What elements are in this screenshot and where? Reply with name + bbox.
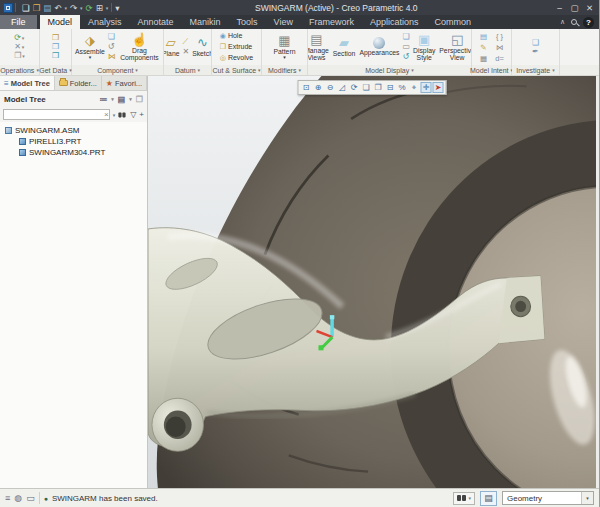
display-style-button[interactable]: ❏ [361, 82, 372, 93]
tab-analysis[interactable]: Analysis [80, 15, 130, 29]
display-style-button[interactable]: ▣ Display Style [412, 33, 436, 62]
graphics-viewport[interactable]: ⊡ ⊕ ⊖ ◿ ⟳ ❏ ❐ ⊟ % ⌖ ✛ ➤ [148, 76, 599, 488]
tree-node-part[interactable]: PIRELLI3.PRT [0, 136, 147, 147]
undo-icon[interactable]: ↶ [54, 3, 61, 13]
help-icon[interactable]: ? [583, 17, 594, 28]
plane-button[interactable]: ▱ Plane [164, 36, 180, 57]
group-label-model-intent[interactable]: Model Intent▾ [472, 65, 511, 75]
group-label-operations[interactable]: Operations▾ [0, 65, 39, 75]
paste-caret-icon[interactable]: ▾ [22, 52, 25, 60]
undo-caret-icon[interactable]: ▾ [64, 5, 67, 11]
save-icon[interactable]: ▤ [43, 3, 51, 13]
tree-columns-icon[interactable]: ▤ [118, 95, 126, 104]
model-scene[interactable] [148, 76, 596, 488]
tab-common[interactable]: Common [427, 15, 480, 29]
find-caret-icon[interactable]: ▾ [468, 495, 471, 501]
redo-icon[interactable]: ↷ [70, 3, 77, 13]
repaint-button[interactable]: ⟳ [349, 82, 360, 93]
import-icon[interactable]: ❒ [52, 34, 59, 42]
clear-search-icon[interactable]: × [104, 109, 109, 120]
window-switch-icon[interactable]: ⊞ [96, 3, 103, 13]
maximize-button[interactable]: ▢ [568, 3, 581, 13]
regenerate-icon[interactable]: ⟳ [14, 34, 21, 42]
tab-folder-browser[interactable]: Folder... [55, 76, 102, 90]
assemble-caret-icon[interactable]: ▾ [89, 55, 92, 61]
revolve-button[interactable]: ◎Revolve [220, 53, 253, 63]
saved-orientations-button[interactable]: ❐ [373, 82, 384, 93]
tab-annotate[interactable]: Annotate [130, 15, 182, 29]
find-icon[interactable] [119, 112, 122, 117]
app-icon[interactable] [3, 3, 13, 13]
extrude-button[interactable]: ❒Extrude [220, 42, 252, 52]
datum-display-button[interactable]: % [397, 82, 408, 93]
view-manager-button[interactable]: ⊟ [385, 82, 396, 93]
pattern-caret-icon[interactable]: ▾ [283, 55, 286, 61]
zoom-out-button[interactable]: ⊖ [325, 82, 336, 93]
datum-axis-icon[interactable]: ⟋ [182, 38, 189, 46]
new-file-icon[interactable]: ❏ [22, 3, 30, 13]
tree-columns-caret-icon[interactable]: ▾ [129, 96, 132, 102]
tab-applications[interactable]: Applications [362, 15, 427, 29]
relations-icon[interactable]: d= [495, 54, 504, 63]
collapse-ribbon-icon[interactable]: ∧ [560, 18, 565, 26]
customize-toolbar-icon[interactable]: ▾ [115, 3, 119, 13]
zoom-in-button[interactable]: ⊕ [313, 82, 324, 93]
publish-geometry-icon[interactable]: ▤ [480, 32, 487, 41]
family-table-icon[interactable]: ✎ [480, 43, 486, 52]
find-tool-button[interactable]: ▾ [453, 492, 475, 505]
full-screen-toggle-icon[interactable]: ▭ [26, 493, 35, 503]
regenerate-icon[interactable]: ⟳ [86, 3, 93, 13]
tab-framework[interactable]: Framework [301, 15, 362, 29]
pattern-button[interactable]: ▦ Pattern ▾ [273, 34, 297, 61]
parameters-icon[interactable]: { } [496, 32, 503, 41]
repeat-component-icon[interactable]: ↺ [108, 43, 116, 51]
group-label-modifiers[interactable]: Modifiers▾ [262, 65, 307, 75]
tree-filters-icon[interactable]: ≔ [99, 95, 107, 104]
refit-scene-icon[interactable]: ↺ [402, 53, 410, 61]
assemble-button[interactable]: ⬗ Assemble ▾ [74, 34, 106, 61]
tree-node-assembly[interactable]: SWINGARM.ASM [0, 125, 147, 136]
group-label-get-data[interactable]: Get Data▾ [40, 65, 71, 75]
group-label-investigate[interactable]: Investigate▾ [512, 65, 559, 75]
spin-center-toggle-button[interactable]: ✛ [421, 82, 432, 93]
appearances-button[interactable]: Appearances [358, 37, 400, 56]
regenerate-caret-icon[interactable]: ▾ [22, 34, 25, 42]
tab-favorites[interactable]: ★ Favori... [102, 76, 147, 90]
delete-caret-icon[interactable]: ▾ [22, 43, 25, 51]
open-file-icon[interactable]: ❐ [33, 3, 41, 13]
web-browser-toggle-icon[interactable]: ◍ [14, 493, 22, 503]
navigator-toggle-icon[interactable]: ≡ [5, 493, 10, 503]
group-label-cut-surface[interactable]: Cut & Surface▾ [212, 65, 261, 75]
flexible-component-icon[interactable]: ⋈ [108, 53, 116, 61]
tab-tools[interactable]: Tools [229, 15, 266, 29]
tree-node-part[interactable]: SWINGARM304.PRT [0, 147, 147, 158]
group-label-datum[interactable]: Datum▾ [164, 65, 211, 75]
component-interfaces-icon[interactable]: ❏ [108, 33, 116, 41]
tab-view[interactable]: View [266, 15, 301, 29]
tree-search-input[interactable] [3, 109, 110, 120]
annotation-display-button[interactable]: ⌖ [409, 82, 420, 93]
sketch-button[interactable]: ∿ Sketch [191, 36, 211, 57]
tab-model[interactable]: Model [40, 15, 81, 29]
perspective-view-button[interactable]: ◱ Perspective View [438, 33, 471, 62]
tree-filters-caret-icon[interactable]: ▾ [111, 96, 114, 102]
render-window-icon[interactable]: ▭ [402, 43, 410, 51]
copy-icon[interactable]: ❐ [14, 52, 21, 60]
delete-icon[interactable]: ✕ [14, 43, 21, 51]
command-search-icon[interactable] [571, 19, 577, 25]
program-icon[interactable]: ▦ [480, 54, 487, 63]
search-options-caret-icon[interactable]: ▾ [113, 112, 116, 118]
expand-search-icon[interactable]: + [139, 110, 144, 119]
user-defined-feature-icon[interactable]: ❒ [52, 43, 59, 51]
section-button[interactable]: ▰ Section [332, 36, 357, 57]
geometry-checks-icon[interactable]: ✒ [532, 48, 539, 56]
minimize-button[interactable]: – [553, 3, 566, 13]
selection-filter-button[interactable]: ▤ [480, 491, 497, 506]
tab-model-tree[interactable]: ≡ Model Tree [0, 76, 55, 90]
model-player-icon[interactable]: ❏ [532, 39, 539, 47]
tab-manikin[interactable]: Manikin [182, 15, 229, 29]
group-label-model-display[interactable]: Model Display▾ [308, 65, 471, 75]
manage-views-button[interactable]: ▤ Manage Views [308, 33, 330, 62]
copy-geometry-icon[interactable]: ❒ [52, 52, 59, 60]
hole-button[interactable]: ◉Hole [220, 31, 243, 41]
